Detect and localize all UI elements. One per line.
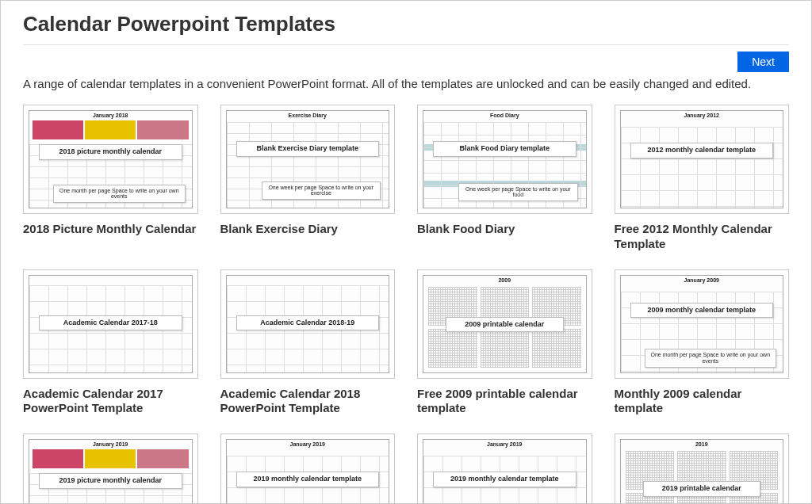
calendar-grid (621, 127, 783, 208)
thumb-badge-sub: One month per page Space to write on you… (645, 349, 777, 367)
thumb-heading: January 2019 (29, 441, 192, 447)
template-card[interactable]: January 2019 2019 monthly calendar templ… (220, 433, 396, 504)
template-card[interactable]: 2009 2009 printable calendar Free 2009 p… (417, 269, 592, 417)
template-card[interactable]: January 2018 2018 picture monthly calend… (23, 105, 198, 252)
template-card[interactable]: January 2019 2019 monthly calendar templ… (417, 433, 592, 504)
template-title: Free 2012 Monthly Calendar Template (615, 222, 790, 252)
thumb-badge-main: 2019 monthly calendar template (236, 472, 380, 487)
thumb-heading: January 2009 (621, 277, 783, 283)
thumb-badge-sub: One week per page Space to write on your… (262, 181, 381, 200)
thumb-badge-main: 2009 printable calendar (446, 317, 564, 333)
thumb-badge-sub: One week per page Space to write on your… (458, 183, 578, 201)
template-card[interactable]: Academic Calendar 2018-19 Academic Calen… (220, 269, 396, 417)
template-title: Monthly 2009 calendar template (615, 387, 790, 417)
page-title: Calendar Powerpoint Templates (23, 12, 789, 45)
template-thumbnail: 2009 2009 printable calendar (417, 269, 592, 379)
photo-strip (33, 449, 189, 468)
template-thumbnail: Exercise Diary Blank Exercise Diary temp… (220, 105, 396, 214)
thumb-badge-main: Blank Food Diary template (433, 141, 576, 157)
template-title: Academic Calendar 2017 PowerPoint Templa… (23, 387, 198, 417)
template-thumbnail: Academic Calendar 2018-19 (220, 269, 396, 379)
photo-strip (33, 120, 189, 139)
intro-text: A range of calendar templates in a conve… (23, 77, 789, 90)
template-thumbnail: January 2019 2019 monthly calendar templ… (417, 433, 592, 504)
thumb-badge-main: 2019 picture monthly calendar (39, 473, 182, 489)
thumb-heading: January 2019 (423, 441, 586, 447)
thumb-heading: January 2018 (29, 113, 192, 118)
template-card[interactable]: January 2019 2019 picture monthly calend… (23, 433, 198, 504)
next-button[interactable]: Next (737, 52, 789, 72)
template-thumbnail: January 2019 2019 picture monthly calend… (23, 433, 198, 504)
thumb-badge-main: 2019 printable calendar (643, 481, 761, 497)
thumb-badge-main: 2018 picture monthly calendar (39, 144, 182, 160)
thumb-heading: Food Diary (423, 113, 586, 118)
thumb-heading: January 2012 (621, 113, 783, 118)
thumb-badge-sub: One month per page Space to write on you… (53, 185, 186, 203)
pagination-bar: Next (23, 52, 789, 72)
thumb-badge-main: Academic Calendar 2017-18 (39, 315, 182, 331)
thumb-badge-main: 2012 monthly calendar template (630, 143, 774, 158)
template-card[interactable]: Academic Calendar 2017-18 Academic Calen… (23, 269, 198, 417)
template-card[interactable]: Food Diary Blank Food Diary template One… (417, 105, 592, 252)
template-thumbnail: Food Diary Blank Food Diary template One… (417, 105, 592, 214)
template-thumbnail: Academic Calendar 2017-18 (23, 269, 198, 379)
template-thumbnail: January 2012 2012 monthly calendar templ… (615, 105, 790, 214)
thumb-heading: January 2019 (227, 441, 389, 447)
thumb-badge-main: 2019 monthly calendar template (433, 472, 576, 487)
thumb-heading: 2019 (621, 441, 783, 447)
template-card[interactable]: 2019 2019 printable calendar (615, 433, 790, 504)
thumb-badge-main: Academic Calendar 2018-19 (236, 315, 380, 331)
template-card[interactable]: Exercise Diary Blank Exercise Diary temp… (220, 105, 396, 252)
template-thumbnail: January 2018 2018 picture monthly calend… (23, 105, 198, 214)
thumb-badge-main: Blank Exercise Diary template (236, 141, 380, 157)
thumb-heading: 2009 (423, 277, 586, 283)
template-title: Academic Calendar 2018 PowerPoint Templa… (220, 387, 396, 417)
template-thumbnail: January 2009 2009 monthly calendar templ… (615, 269, 790, 379)
template-thumbnail: 2019 2019 printable calendar (615, 433, 790, 504)
template-title: 2018 Picture Monthly Calendar (23, 222, 198, 237)
template-thumbnail: January 2019 2019 monthly calendar templ… (220, 433, 396, 504)
template-card[interactable]: January 2009 2009 monthly calendar templ… (615, 269, 790, 417)
template-grid: January 2018 2018 picture monthly calend… (23, 105, 789, 504)
thumb-badge-main: 2009 monthly calendar template (630, 303, 774, 319)
thumb-heading: Exercise Diary (227, 113, 389, 118)
template-title: Blank Food Diary (417, 222, 592, 237)
template-title: Blank Exercise Diary (220, 222, 396, 237)
template-title: Free 2009 printable calendar template (417, 387, 592, 417)
template-card[interactable]: January 2012 2012 monthly calendar templ… (615, 105, 790, 252)
